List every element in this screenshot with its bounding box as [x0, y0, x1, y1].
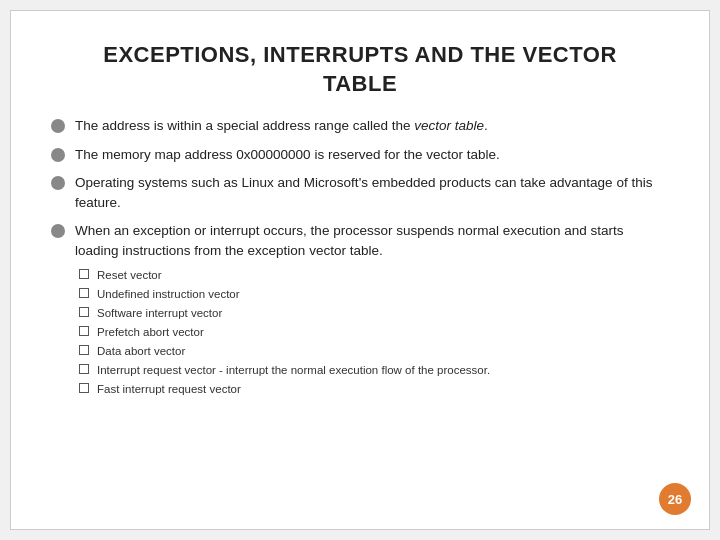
sub-bullet-4: Prefetch abort vector — [79, 324, 669, 340]
sub-bullet-2-text: Undefined instruction vector — [97, 286, 240, 302]
sub-bullet-7-text: Fast interrupt request vector — [97, 381, 241, 397]
bullet-4-content: When an exception or interrupt occurs, t… — [75, 221, 669, 400]
sub-bullet-1-text: Reset vector — [97, 267, 162, 283]
sub-bullet-3: Software interrupt vector — [79, 305, 669, 321]
sub-bullet-5-text: Data abort vector — [97, 343, 185, 359]
sub-bullet-2: Undefined instruction vector — [79, 286, 669, 302]
sub-bullet-4-text: Prefetch abort vector — [97, 324, 204, 340]
sub-bullet-6: Interrupt request vector - interrupt the… — [79, 362, 669, 378]
sub-bullet-6-text: Interrupt request vector - interrupt the… — [97, 362, 490, 378]
bullet-3: Operating systems such as Linux and Micr… — [51, 173, 669, 212]
bullet-4-text: When an exception or interrupt occurs, t… — [75, 223, 624, 258]
slide-title: Exceptions, Interrupts and the Vector Ta… — [51, 41, 669, 98]
sub-bullet-1: Reset vector — [79, 267, 669, 283]
bullet-2-text: The memory map address 0x00000000 is res… — [75, 145, 500, 165]
title-line1: Exceptions, Interrupts and the Vector — [103, 42, 617, 67]
italic-vector-table: vector table — [414, 118, 484, 133]
bullet-icon-4 — [51, 224, 65, 238]
sub-bullet-icon-6 — [79, 364, 89, 374]
main-bullets: The address is within a special address … — [51, 116, 669, 400]
bullet-icon-2 — [51, 148, 65, 162]
bullet-4: When an exception or interrupt occurs, t… — [51, 221, 669, 400]
sub-bullet-7: Fast interrupt request vector — [79, 381, 669, 397]
slide: Exceptions, Interrupts and the Vector Ta… — [10, 10, 710, 530]
sub-bullet-icon-1 — [79, 269, 89, 279]
bullet-1-text: The address is within a special address … — [75, 116, 488, 136]
sub-bullet-3-text: Software interrupt vector — [97, 305, 222, 321]
sub-bullet-icon-7 — [79, 383, 89, 393]
bullet-icon-1 — [51, 119, 65, 133]
sub-bullets: Reset vector Undefined instruction vecto… — [79, 267, 669, 398]
sub-bullet-icon-2 — [79, 288, 89, 298]
page-number: 26 — [668, 492, 682, 507]
sub-bullet-5: Data abort vector — [79, 343, 669, 359]
bullet-2: The memory map address 0x00000000 is res… — [51, 145, 669, 165]
title-line2: Table — [323, 71, 397, 96]
sub-bullet-icon-5 — [79, 345, 89, 355]
bullet-1: The address is within a special address … — [51, 116, 669, 136]
sub-bullet-icon-3 — [79, 307, 89, 317]
page-badge: 26 — [659, 483, 691, 515]
bullet-3-text: Operating systems such as Linux and Micr… — [75, 173, 669, 212]
sub-bullet-icon-4 — [79, 326, 89, 336]
bullet-icon-3 — [51, 176, 65, 190]
